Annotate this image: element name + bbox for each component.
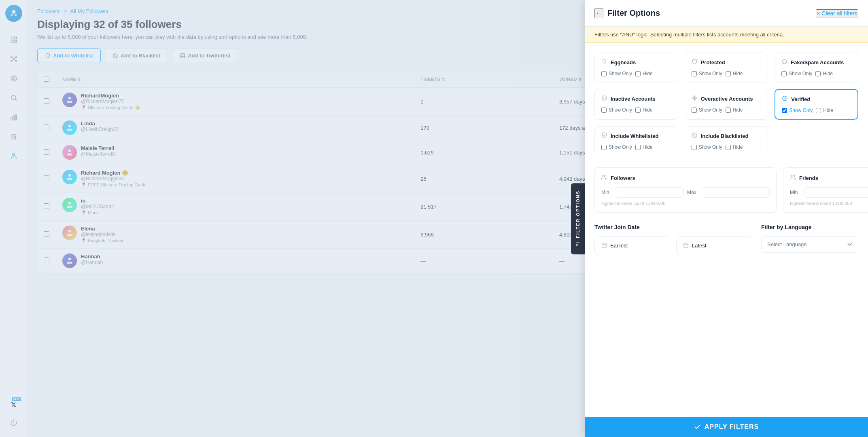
min-input-followers[interactable] <box>616 187 684 198</box>
hide-label-verified[interactable]: Hide <box>816 108 833 113</box>
hide-label-protected[interactable]: Hide <box>726 71 743 76</box>
hide-text: Hide <box>823 71 833 76</box>
filter-icon-overactive <box>692 95 698 102</box>
filter-icon-include-blacklisted <box>692 132 698 139</box>
range-title-friends: Friends <box>790 174 868 182</box>
filter-card-include-blacklisted: Include Blacklisted Show Only Hide <box>685 126 768 156</box>
hide-checkbox-eggheads[interactable] <box>635 71 641 76</box>
date-section: Twitter Join Date Earliest Latest <box>594 224 753 255</box>
range-hint-followers: highest follower count 1,000,000 <box>601 201 770 206</box>
show-only-label-overactive[interactable]: Show Only <box>692 107 722 113</box>
show-only-checkbox-include-whitelisted[interactable] <box>601 145 607 150</box>
svg-rect-58 <box>684 243 688 247</box>
hide-label-overactive[interactable]: Hide <box>726 107 743 113</box>
hide-text: Hide <box>733 107 743 113</box>
filter-icon-eggheads <box>601 59 607 66</box>
filter-back-button[interactable]: ← <box>594 8 603 18</box>
show-only-checkbox-verified[interactable] <box>782 108 787 113</box>
filter-card-title-fake-spam: Fake/Spam Accounts <box>781 59 851 66</box>
filter-icon-verified <box>782 95 788 103</box>
filter-options-row-include-blacklisted: Show Only Hide <box>692 144 762 150</box>
filter-title-text-overactive: Overactive Accounts <box>701 96 753 102</box>
filter-icon-protected <box>692 59 698 66</box>
filter-options-tab[interactable]: FILTER OPTIONS <box>571 183 585 254</box>
filter-title-text-protected: Protected <box>701 59 725 65</box>
calendar-icon-2 <box>683 242 689 249</box>
hide-label-include-blacklisted[interactable]: Hide <box>726 144 743 150</box>
latest-label: Latest <box>692 243 706 249</box>
max-input-followers[interactable] <box>702 187 770 198</box>
filter-icon-include-whitelisted <box>601 132 607 139</box>
show-only-text: Show Only <box>789 108 813 113</box>
svg-rect-54 <box>602 243 607 247</box>
show-only-label-protected[interactable]: Show Only <box>692 71 722 76</box>
latest-date-button[interactable]: Latest <box>676 236 753 255</box>
range-min-row-friends: Min Max <box>790 187 868 198</box>
filter-card-overactive: Overactive Accounts Show Only Hide <box>685 89 768 120</box>
show-only-checkbox-eggheads[interactable] <box>601 71 607 76</box>
show-only-checkbox-include-blacklisted[interactable] <box>692 145 697 150</box>
min-label-followers: Min <box>601 190 613 195</box>
filter-card-title-include-blacklisted: Include Blacklisted <box>692 132 762 139</box>
filter-card-eggheads: Eggheads Show Only Hide <box>594 53 678 82</box>
svg-marker-47 <box>692 95 697 101</box>
filter-title-text-include-whitelisted: Include Whitelisted <box>611 133 658 139</box>
hide-checkbox-include-blacklisted[interactable] <box>726 145 731 150</box>
filter-header: ← Filter Options × Clear all filters <box>585 0 868 27</box>
show-only-checkbox-inactive[interactable] <box>601 108 607 113</box>
background-overlay[interactable] <box>0 0 585 437</box>
max-label-followers: Max <box>687 190 698 195</box>
svg-point-48 <box>783 96 787 101</box>
hide-text: Hide <box>733 71 743 76</box>
hide-text: Hide <box>733 144 743 150</box>
filter-card-title-overactive: Overactive Accounts <box>692 95 762 102</box>
show-only-label-include-blacklisted[interactable]: Show Only <box>692 144 722 150</box>
range-icon-followers <box>601 174 607 182</box>
show-only-checkbox-overactive[interactable] <box>692 108 697 113</box>
filter-options-row-inactive: Show Only Hide <box>601 107 671 113</box>
hide-label-fake-spam[interactable]: Hide <box>815 71 833 76</box>
filter-options-row-include-whitelisted: Show Only Hide <box>601 144 671 150</box>
hide-checkbox-overactive[interactable] <box>726 108 731 113</box>
show-only-checkbox-protected[interactable] <box>692 71 697 76</box>
hide-checkbox-protected[interactable] <box>726 71 731 76</box>
show-only-label-include-whitelisted[interactable]: Show Only <box>601 144 632 150</box>
filter-card-fake-spam: Fake/Spam Accounts Show Only Hide <box>775 53 858 82</box>
filter-options-row-protected: Show Only Hide <box>692 71 762 76</box>
apply-filters-button[interactable]: APPLY FILTERS <box>694 423 759 431</box>
filter-title-text-include-blacklisted: Include Blacklisted <box>701 133 749 139</box>
hide-checkbox-fake-spam[interactable] <box>815 71 821 76</box>
show-only-checkbox-fake-spam[interactable] <box>781 71 787 76</box>
range-title-text-friends: Friends <box>799 175 818 181</box>
hide-checkbox-verified[interactable] <box>816 108 821 113</box>
hide-checkbox-inactive[interactable] <box>635 108 641 113</box>
min-input-friends[interactable] <box>804 187 868 198</box>
show-only-label-fake-spam[interactable]: Show Only <box>781 71 812 76</box>
show-only-label-eggheads[interactable]: Show Only <box>601 71 632 76</box>
clear-all-filters-button[interactable]: × Clear all filters <box>816 9 858 17</box>
show-only-text: Show Only <box>699 144 722 150</box>
show-only-label-inactive[interactable]: Show Only <box>601 107 632 113</box>
hide-text: Hide <box>643 71 653 76</box>
filter-card-title-verified: Verified <box>782 95 851 103</box>
show-only-text: Show Only <box>609 144 632 150</box>
hide-label-include-whitelisted[interactable]: Hide <box>635 144 653 150</box>
filter-options-row-verified: Show Only Hide <box>782 108 851 113</box>
show-only-label-verified[interactable]: Show Only <box>782 108 813 113</box>
hide-checkbox-include-whitelisted[interactable] <box>635 145 641 150</box>
filter-options-row-eggheads: Show Only Hide <box>601 71 671 76</box>
hide-label-inactive[interactable]: Hide <box>635 107 653 113</box>
range-icon-friends <box>790 174 796 182</box>
filter-card-protected: Protected Show Only Hide <box>685 53 768 82</box>
filter-icon-inactive <box>601 95 607 102</box>
filter-card-inactive: Inactive Accounts Show Only Hide <box>594 89 678 120</box>
filter-panel: ← Filter Options × Clear all filters Fil… <box>585 0 868 437</box>
filter-card-title-protected: Protected <box>692 59 762 66</box>
earliest-date-button[interactable]: Earliest <box>594 236 671 255</box>
language-select[interactable]: Select LanguageEnglishSpanishFrenchGerma… <box>761 236 858 253</box>
filter-options-row-overactive: Show Only Hide <box>692 107 762 113</box>
calendar-icon <box>601 242 607 249</box>
range-card-followers: Followers Min Max highest follower count… <box>594 167 777 213</box>
range-card-friends: Friends Min Max highest friends count 1,… <box>783 167 868 213</box>
hide-label-eggheads[interactable]: Hide <box>635 71 653 76</box>
